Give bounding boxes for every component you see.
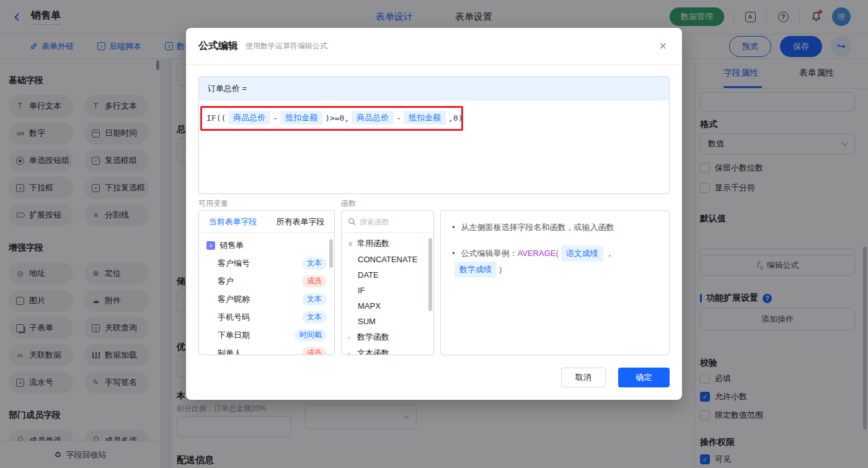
functions-box: ∨ 常用函数 CONCATENATE DATE IF MAPX SUM › 数学…	[341, 210, 434, 355]
type-badge: 成员	[302, 275, 327, 288]
field-chip[interactable]: 商品总价	[352, 111, 394, 125]
close-icon[interactable]: ✕	[659, 40, 667, 52]
formula-input-line[interactable]: IF(( 商品总价 - 抵扣金额 )>=0, 商品总价 - 抵扣金额 ,0)	[206, 111, 662, 125]
function-item[interactable]: MAPX	[342, 298, 433, 314]
example-field-chip: 数学成绩	[454, 262, 497, 278]
variable-row[interactable]: 客户昵称 文本	[199, 290, 334, 308]
variable-row[interactable]: 手机号码 文本	[199, 308, 334, 326]
variables-box: 当前表单字段 所有表单字段 ≡ 销售单 客户编号 文本 客户 成员 客户昵称 文…	[198, 210, 335, 355]
type-badge: 文本	[302, 257, 327, 270]
formula-target: 订单总价 =	[199, 77, 669, 100]
chevron-down-icon: ∨	[348, 240, 353, 248]
function-search	[342, 211, 433, 233]
function-group-common[interactable]: ∨ 常用函数	[342, 236, 433, 252]
modal-subtitle: 使用数学运算符编辑公式	[246, 41, 327, 51]
formula-editor: 订单总价 = IF(( 商品总价 - 抵扣金额 )>=0, 商品总价 - 抵扣金…	[198, 76, 670, 194]
formula-token: IF((	[206, 113, 226, 123]
document-icon: ≡	[206, 241, 215, 250]
function-group-math[interactable]: › 数学函数	[342, 329, 433, 345]
tip-line-2: 公式编辑举例： AVERAGE( 语文成绩 ， 数学成绩 )	[452, 245, 658, 278]
function-item[interactable]: IF	[342, 283, 433, 298]
field-chip[interactable]: 抵扣金额	[280, 111, 322, 125]
variable-row[interactable]: 制单人 成员	[199, 344, 334, 355]
chevron-right-icon: ›	[348, 333, 353, 341]
form-designer-app: 销售单 表单设计 表单设置 数据管理 A ? 理 表单外链	[0, 0, 868, 468]
form-tree-root[interactable]: ≡ 销售单	[199, 237, 334, 254]
example-field-chip: 语文成绩	[561, 245, 603, 262]
field-chip[interactable]: 商品总价	[228, 111, 270, 125]
tip-line-1: 从左侧面板选择字段名和函数，或输入函数	[452, 221, 658, 234]
function-item[interactable]: SUM	[342, 314, 433, 329]
variables-label: 可用变量	[198, 198, 228, 209]
function-item[interactable]: CONCATENATE	[342, 252, 433, 267]
type-badge: 时间戳	[294, 329, 327, 342]
functions-label: 函数	[341, 198, 356, 209]
formula-token: -	[273, 113, 278, 123]
chevron-right-icon: ›	[348, 350, 353, 355]
search-icon	[348, 218, 356, 226]
tab-all-form-fields[interactable]: 所有表单字段	[267, 216, 334, 227]
tab-current-form-fields[interactable]: 当前表单字段	[199, 216, 267, 227]
formula-token: )>=0,	[325, 113, 349, 123]
formula-token: ,0)	[448, 113, 463, 123]
type-badge: 成员	[302, 347, 327, 356]
cancel-button[interactable]: 取消	[561, 368, 606, 387]
tips-box: 从左侧面板选择字段名和函数，或输入函数 公式编辑举例： AVERAGE( 语文成…	[440, 210, 670, 355]
functions-scrollbar[interactable]	[428, 238, 432, 311]
formula-token: -	[396, 113, 401, 123]
function-group-text[interactable]: › 文本函数	[342, 345, 433, 355]
variable-row[interactable]: 客户编号 文本	[199, 254, 334, 272]
modal-title: 公式编辑	[198, 40, 238, 53]
type-badge: 文本	[302, 311, 327, 324]
variable-row[interactable]: 下单日期 时间戳	[199, 326, 334, 344]
variable-row[interactable]: 客户 成员	[199, 272, 334, 290]
formula-edit-modal: 公式编辑 使用数学运算符编辑公式 ✕ 订单总价 = IF(( 商品总价 - 抵扣…	[186, 28, 682, 400]
field-chip[interactable]: 抵扣金额	[404, 111, 446, 125]
variables-scrollbar[interactable]	[329, 239, 333, 268]
confirm-button[interactable]: 确定	[618, 368, 670, 387]
function-item[interactable]: DATE	[342, 267, 433, 283]
type-badge: 文本	[302, 293, 327, 306]
function-search-input[interactable]	[360, 218, 422, 226]
